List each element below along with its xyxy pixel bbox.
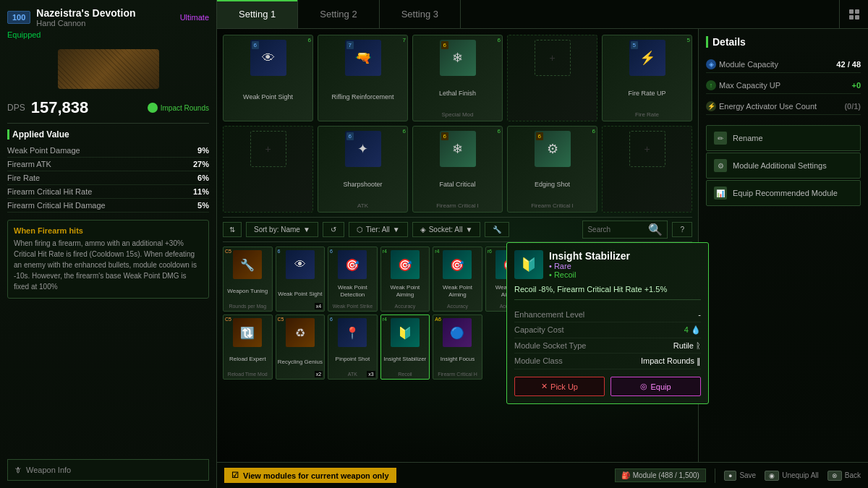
module-list-item-wps2[interactable]: 6 👁 x4 Weak Point Sight (276, 247, 326, 312)
pickup-button[interactable]: ✕ Pick Up (514, 377, 605, 396)
insight-stabilizer-tooltip: 🔰 Insight Stabilizer • Rare • Recoil Rec… (506, 242, 709, 404)
tab-setting3[interactable]: Setting 3 (380, 0, 461, 28)
module-name-firerate: Fire Rate UP (628, 90, 665, 98)
sort-by-name-btn[interactable]: Sort by: Name ▼ (246, 222, 318, 237)
tab-setting2[interactable]: Setting 2 (298, 0, 379, 28)
weapon-image-area (7, 43, 209, 94)
module-list-item-recycling[interactable]: C5 ♻ x2 Recycling Genius (276, 314, 326, 380)
save-label: Save (739, 471, 756, 479)
sort-icon-btn[interactable]: ⇅ (223, 222, 242, 237)
module-card-weakpointsight[interactable]: 6 👁 6 Weak Point Sight (223, 35, 313, 121)
tooltip-enhancement-row: Enhancement Level - (514, 307, 701, 322)
module-list-item-insight-focus[interactable]: A6 🔵 Insight Focus Firearm Critical H (433, 314, 482, 380)
module-card-rifling[interactable]: 7 🔫 7 Rifling Reinforcement (318, 35, 408, 121)
mod-icon-reload: 🔃 (233, 318, 262, 347)
stat-value-5: 5% (197, 201, 209, 210)
weapon-level: 100 (7, 11, 30, 24)
mod-type-wpaim2: Accuracy (447, 304, 468, 309)
mod-name-insight-focus: Insight Focus (441, 356, 475, 363)
stat-row-2: Firearm ATK 27% (7, 158, 209, 171)
special-filter-btn[interactable]: 🔧 (485, 222, 509, 237)
module-type-fatal: Firearm Critical I (436, 202, 479, 209)
module-card-firerate[interactable]: 5 ⚡ 5 Fire Rate UP Fire Rate (602, 35, 692, 121)
module-list-item-reload[interactable]: C5 🔃 Reload Expert Reload Time Mod (223, 314, 273, 380)
module-list-item-insight-stab[interactable]: r4 🔰 Insight Stabilizer Recoil (380, 314, 430, 380)
module-list-item-wpaim2[interactable]: r4 🎯 Weak Point Aiming Accuracy (433, 247, 482, 312)
weapon-image (58, 49, 159, 89)
stat-name-2: Firearm ATK (7, 160, 51, 168)
tooltip-icon: 🔰 (514, 250, 543, 279)
mod-name-weapontuning: Weapon Tuning (227, 288, 268, 295)
capacity-cost-value: 4 💧 (684, 325, 701, 335)
module-card-empty2[interactable]: + (223, 126, 313, 213)
module-capacity-value: 42 / 48 (836, 60, 861, 69)
unequip-label: Unequip All (782, 471, 819, 479)
weapon-info-label: Weapon Info (26, 466, 71, 474)
back-action[interactable]: ⊗ Back (827, 471, 861, 481)
tabs-bar: Setting 1 Setting 2 Setting 3 (217, 0, 868, 29)
refresh-btn[interactable]: ↺ (323, 222, 344, 237)
mod-name-insight-stab: Insight Stabilizer (384, 356, 427, 363)
module-icon-fatal: ❄ 6 (440, 131, 476, 167)
max-capacity-value: +0 (851, 81, 861, 90)
tier-filter-btn[interactable]: ⬡ Tier: All ▼ (349, 222, 408, 237)
module-card-sharpshooter[interactable]: 6 ✦ 6 Sharpshooter ATK (318, 126, 408, 213)
module-card-lethal[interactable]: 6 ❄ 6 Lethal Finish Special Mod (412, 35, 503, 121)
refresh-icon: ↺ (331, 226, 336, 234)
module-list-item-wpdetect[interactable]: 6 🎯 Weak Point Detection Weak Point Stri… (328, 247, 378, 312)
socket-filter-btn[interactable]: ◈ Socket: All ▼ (412, 222, 481, 237)
stat-row-1: Weak Point Damage 9% (7, 144, 209, 158)
module-card-fatal[interactable]: 6 ❄ 6 Fatal Critical Firearm Critical I (412, 126, 503, 213)
module-icon-sharpshooter: ✦ 6 (345, 131, 381, 167)
search-bar[interactable]: 🔍 (582, 221, 668, 239)
stat-name-1: Weak Point Damage (7, 146, 80, 155)
help-btn[interactable]: ? (672, 222, 692, 237)
search-icon: 🔍 (648, 223, 663, 236)
socket-type-value: Rutile ᚱ (673, 341, 701, 350)
tab-setting2-label: Setting 2 (320, 9, 357, 20)
equip-recommended-button[interactable]: 📊 Equip Recommended Module (706, 180, 861, 206)
save-action[interactable]: ● Save (724, 471, 756, 481)
save-key: ● (724, 471, 736, 481)
mod-name-recycling: Recycling Genius (278, 359, 323, 366)
enhancement-value: - (698, 310, 701, 319)
module-list-item-wpaim1[interactable]: r4 🎯 Weak Point Aiming Accuracy (380, 247, 430, 312)
tooltip-description: Recoil -8%, Firearm Critical Hit Rate +1… (514, 285, 701, 300)
tab-setting1[interactable]: Setting 1 (217, 0, 298, 28)
stat-value-3: 6% (197, 174, 209, 182)
stat-row-3: Fire Rate 6% (7, 171, 209, 185)
module-icon-empty2: + (250, 131, 286, 167)
module-settings-button[interactable]: ⚙ Module Additional Settings (706, 153, 861, 179)
weapon-info-button[interactable]: 🗡 Weapon Info (7, 459, 209, 481)
tooltip-class-row: Module Class Impact Rounds ‖ (514, 354, 701, 369)
tooltip-actions: ✕ Pick Up ◎ Equip (514, 377, 701, 396)
module-class-label: Module Class (514, 356, 563, 366)
capacity-cost-label: Capacity Cost (514, 325, 563, 335)
unequip-action[interactable]: ◉ Unequip All (765, 471, 819, 481)
module-card-edging[interactable]: 6 ⚙ 6 Edging Shot Firearm Critical I (507, 126, 597, 213)
grid-layout-button[interactable] (839, 0, 868, 28)
tooltip-header: 🔰 Insight Stabilizer • Rare • Recoil (514, 250, 701, 279)
equip-icon: 📊 (714, 187, 727, 200)
mod-icon-pinpoint: 📍 (338, 318, 367, 347)
when-hits-title: When Firearm hits (14, 226, 203, 235)
module-card-empty3[interactable]: + (602, 126, 692, 213)
module-name-rifling: Rifling Reinforcement (331, 93, 393, 101)
mod-type-pinpoint: ATK (348, 372, 357, 377)
rename-button[interactable]: ✏ Rename (706, 125, 861, 151)
search-input[interactable] (587, 226, 645, 234)
equip-recommended-label: Equip Recommended Module (733, 189, 838, 197)
module-list-item-pinpoint[interactable]: 6 📍 x3 Pinpoint Shot ATK (328, 314, 378, 380)
module-card-empty1[interactable]: + (507, 35, 597, 121)
mod-name-wpaim2: Weak Point Aiming (435, 284, 480, 298)
module-list-item-weapontuning[interactable]: C5 🔧 Weapon Tuning Rounds per Mag (223, 247, 273, 312)
rename-label: Rename (733, 134, 763, 142)
equip-button[interactable]: ◎ Equip (610, 377, 701, 396)
mod-name-reload: Reload Expert (229, 356, 266, 363)
view-checkbox[interactable]: ☑ View modules for current weapon only (224, 468, 396, 483)
stat-name-4: Firearm Critical Hit Rate (7, 187, 92, 196)
dps-value: 157,838 (31, 98, 89, 117)
module-capacity-row: ◈ Module Capacity 42 / 48 (706, 56, 861, 73)
energy-value: (0/1) (844, 102, 861, 111)
socket-filter-label: Socket: All (429, 226, 463, 234)
